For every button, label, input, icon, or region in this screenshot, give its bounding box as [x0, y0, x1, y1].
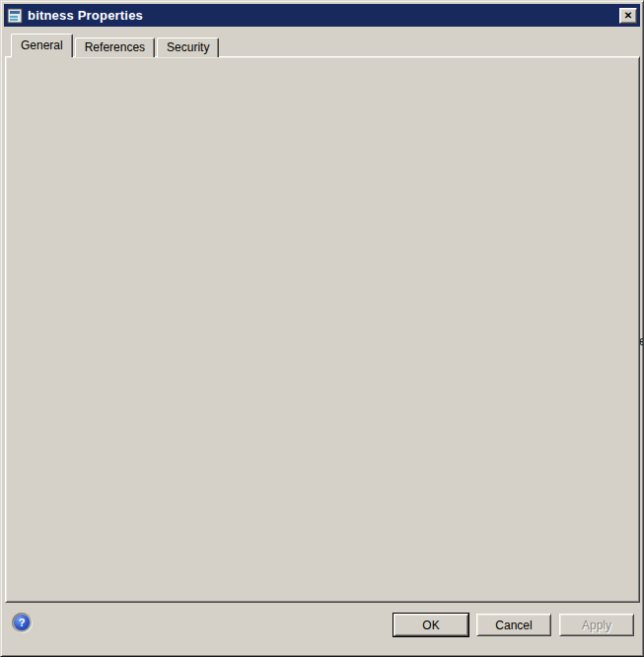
bitness-properties-dialog: bitness Properties ✕ General References …	[0, 0, 644, 657]
ok-button[interactable]: OK	[394, 614, 468, 636]
close-button[interactable]: ✕	[619, 8, 637, 24]
tab-strip: General References Security	[11, 34, 221, 57]
general-tab-panel	[5, 56, 640, 603]
window-title: bitness Properties	[28, 8, 619, 23]
help-button[interactable]: ?	[12, 613, 32, 632]
apply-button: Apply	[559, 614, 634, 636]
titlebar[interactable]: bitness Properties ✕	[4, 4, 640, 27]
cancel-button[interactable]: Cancel	[476, 614, 551, 636]
tab-references[interactable]: References	[75, 37, 155, 57]
help-icon: ?	[14, 615, 30, 630]
properties-sheet-icon	[7, 8, 23, 24]
tab-general[interactable]: General	[11, 34, 73, 57]
tab-security[interactable]: Security	[157, 37, 219, 57]
